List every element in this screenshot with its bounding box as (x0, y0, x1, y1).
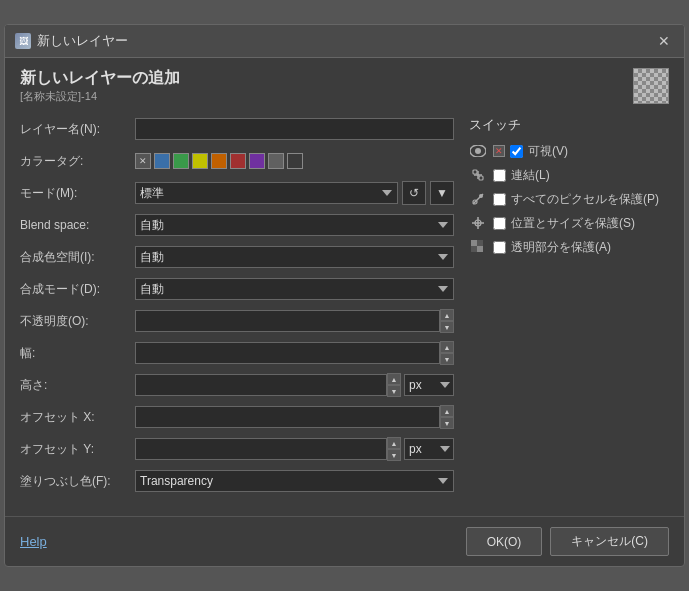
mode-reset-btn[interactable]: ↺ (402, 181, 426, 205)
ok-button[interactable]: OK(O) (466, 527, 543, 556)
offset-y-spinner-wrap: 0 ▲ ▼ (135, 437, 401, 461)
layer-name-row: レイヤー名(N): レイヤー (20, 116, 454, 142)
switch-protect-pos: 位置とサイズを保護(S) (469, 214, 669, 232)
new-layer-dialog: 🖼 新しいレイヤー ✕ 新しいレイヤーの追加 [名称未設定]-14 レイヤー名(… (4, 24, 685, 567)
width-input[interactable]: 1920 (135, 342, 440, 364)
width-up[interactable]: ▲ (440, 341, 454, 353)
title-bar-left: 🖼 新しいレイヤー (15, 32, 128, 50)
offset-x-input[interactable]: 0 (135, 406, 440, 428)
mode-select[interactable]: 標準 (135, 182, 398, 204)
composite-mode-control: 自動 (135, 278, 454, 300)
protect-pixels-checkbox[interactable] (493, 193, 506, 206)
height-spinner-wrap: 1080 ▲ ▼ (135, 373, 401, 397)
opacity-label: 不透明度(O): (20, 313, 135, 330)
width-down[interactable]: ▼ (440, 353, 454, 365)
opacity-input[interactable]: 100.0 (135, 310, 440, 332)
protect-pixels-icon (469, 190, 487, 208)
opacity-down[interactable]: ▼ (440, 321, 454, 333)
offset-y-down[interactable]: ▼ (387, 449, 401, 461)
svg-rect-8 (477, 240, 483, 246)
visible-checkbox[interactable] (510, 145, 523, 158)
width-row: 幅: 1920 ▲ ▼ (20, 340, 454, 366)
composite-color-select[interactable]: 自動 (135, 246, 454, 268)
composite-mode-label: 合成モード(D): (20, 281, 135, 298)
visible-label: 可視(V) (528, 143, 568, 160)
header-section: 新しいレイヤーの追加 [名称未設定]-14 (20, 68, 669, 104)
protect-alpha-checkbox[interactable] (493, 241, 506, 254)
color-tag-none[interactable]: ✕ (135, 153, 151, 169)
composite-mode-row: 合成モード(D): 自動 (20, 276, 454, 302)
offset-y-unit-select[interactable]: px (404, 438, 454, 460)
dialog-icon: 🖼 (15, 33, 31, 49)
color-swatch-red[interactable] (230, 153, 246, 169)
composite-mode-select[interactable]: 自動 (135, 278, 454, 300)
width-control: 1920 ▲ ▼ (135, 341, 454, 365)
color-swatch-green[interactable] (173, 153, 189, 169)
form-area: レイヤー名(N): レイヤー カラータグ: ✕ (20, 116, 669, 500)
link-icon (469, 166, 487, 184)
cancel-button[interactable]: キャンセル(C) (550, 527, 669, 556)
offset-y-input[interactable]: 0 (135, 438, 387, 460)
svg-rect-7 (471, 240, 477, 246)
opacity-row: 不透明度(O): 100.0 ▲ ▼ (20, 308, 454, 334)
color-tag-label: カラータグ: (20, 153, 135, 170)
color-swatch-purple[interactable] (249, 153, 265, 169)
height-control: 1080 ▲ ▼ px (135, 373, 454, 397)
blend-space-select[interactable]: 自動 (135, 214, 454, 236)
offset-y-label: オフセット Y: (20, 441, 135, 458)
header-text: 新しいレイヤーの追加 [名称未設定]-14 (20, 68, 180, 104)
dialog-body: 新しいレイヤーの追加 [名称未設定]-14 レイヤー名(N): レイヤー カラー… (5, 58, 684, 510)
color-swatch-dark[interactable] (287, 153, 303, 169)
switches-panel: スイッチ ✕ 可視(V) (469, 116, 669, 500)
height-unit-select[interactable]: px (404, 374, 454, 396)
link-checkbox[interactable] (493, 169, 506, 182)
offset-x-down[interactable]: ▼ (440, 417, 454, 429)
fill-color-label: 塗りつぶし色(F): (20, 473, 135, 490)
protect-pos-check-wrap: 位置とサイズを保護(S) (493, 215, 635, 232)
height-up[interactable]: ▲ (387, 373, 401, 385)
title-bar: 🖼 新しいレイヤー ✕ (5, 25, 684, 58)
visible-check-wrap: ✕ 可視(V) (493, 143, 568, 160)
composite-color-label: 合成色空間(I): (20, 249, 135, 266)
protect-pos-label: 位置とサイズを保護(S) (511, 215, 635, 232)
composite-color-row: 合成色空間(I): 自動 (20, 244, 454, 270)
close-button[interactable]: ✕ (654, 31, 674, 51)
switch-protect-pixels: すべてのピクセルを保護(P) (469, 190, 669, 208)
color-swatch-yellow[interactable] (192, 153, 208, 169)
svg-point-5 (479, 194, 483, 198)
help-button[interactable]: Help (20, 534, 47, 549)
fill-color-select[interactable]: Transparency (135, 470, 454, 492)
footer-right: OK(O) キャンセル(C) (466, 527, 669, 556)
link-label: 連結(L) (511, 167, 550, 184)
opacity-spinner: ▲ ▼ (440, 309, 454, 333)
protect-pos-checkbox[interactable] (493, 217, 506, 230)
offset-x-control: 0 ▲ ▼ (135, 405, 454, 429)
color-swatch-blue[interactable] (154, 153, 170, 169)
protect-alpha-icon (469, 238, 487, 256)
color-swatch-gray[interactable] (268, 153, 284, 169)
fill-color-control: Transparency (135, 470, 454, 492)
offset-y-up[interactable]: ▲ (387, 437, 401, 449)
offset-x-up[interactable]: ▲ (440, 405, 454, 417)
opacity-control: 100.0 ▲ ▼ (135, 309, 454, 333)
dialog-title: 新しいレイヤー (37, 32, 128, 50)
switch-protect-alpha: 透明部分を保護(A) (469, 238, 669, 256)
mode-label: モード(M): (20, 185, 135, 202)
blend-space-row: Blend space: 自動 (20, 212, 454, 238)
opacity-up[interactable]: ▲ (440, 309, 454, 321)
mode-more-btn[interactable]: ▼ (430, 181, 454, 205)
offset-y-row: オフセット Y: 0 ▲ ▼ px (20, 436, 454, 462)
svg-rect-9 (471, 246, 477, 252)
height-input[interactable]: 1080 (135, 374, 387, 396)
color-swatch-orange[interactable] (211, 153, 227, 169)
offset-x-spinner: ▲ ▼ (440, 405, 454, 429)
layer-name-control: レイヤー (135, 118, 454, 140)
switch-visible: ✕ 可視(V) (469, 142, 669, 160)
height-down[interactable]: ▼ (387, 385, 401, 397)
link-check-wrap: 連結(L) (493, 167, 550, 184)
composite-color-control: 自動 (135, 246, 454, 268)
layer-name-input[interactable]: レイヤー (135, 118, 454, 140)
layer-preview (633, 68, 669, 104)
mode-control: 標準 ↺ ▼ (135, 181, 454, 205)
switches-title: スイッチ (469, 116, 669, 134)
